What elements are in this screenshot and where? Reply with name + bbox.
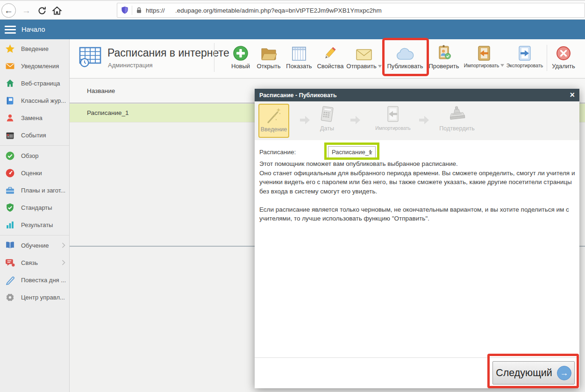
pen-icon — [5, 275, 15, 285]
clipboard-check-icon — [435, 42, 452, 62]
dialog-description: Этот помощник поможет вам опубликовать в… — [259, 159, 576, 223]
shield-check-icon — [5, 203, 15, 213]
toolbar-show-button[interactable]: Показать — [284, 42, 314, 74]
step-arrow-icon — [300, 115, 310, 127]
page-title: Расписания в интернете — [107, 47, 229, 59]
wizard-step-import[interactable]: Импортировать — [371, 104, 415, 138]
toolbar-properties-button[interactable]: Свойства — [315, 42, 345, 74]
sidebar-item-standarty[interactable]: Стандарты — [0, 199, 69, 216]
sidebar-item-sobytiya[interactable]: События — [0, 127, 69, 144]
sidebar-item-uvedomleniya[interactable]: Уведомления — [0, 57, 69, 75]
page-subtitle: Администрация — [108, 62, 153, 69]
step-arrow-icon — [350, 115, 360, 127]
import-door-icon — [385, 104, 401, 125]
sidebar: Введение Уведомления Веб-страница Классн… — [0, 39, 70, 392]
dialog-titlebar[interactable]: Расписание - Публиковать × — [255, 89, 579, 101]
url-text: https:// .edupage.org/timetable/admin.ph… — [146, 7, 382, 14]
schedule-name: Расписание_1 — [87, 109, 128, 116]
toolbar-import-button[interactable]: Импортировать — [463, 42, 506, 74]
dropdown-caret-icon — [378, 65, 382, 68]
toolbar-delete-button[interactable]: Удалить — [549, 42, 578, 74]
reload-icon — [37, 6, 47, 15]
gauge-icon — [5, 168, 15, 178]
chat-icon — [5, 258, 15, 268]
toolbar-divider — [214, 43, 214, 72]
envelope-icon — [5, 61, 15, 71]
publish-dialog: Расписание - Публиковать × Введение Даты… — [255, 89, 579, 388]
description-paragraph-3: Если расписание является только черновым… — [259, 205, 576, 223]
sidebar-item-vvedenie[interactable]: Введение — [0, 40, 69, 57]
sidebar-item-tsentr[interactable]: Центр управл... — [0, 289, 69, 306]
home-icon — [52, 6, 62, 16]
toolbar-new-button[interactable]: Новый — [229, 42, 252, 74]
calculator-icon — [319, 104, 335, 125]
wizard-steps: Введение Даты Импортировать Подтвердить — [255, 101, 579, 140]
tracking-shield-icon — [121, 6, 128, 14]
browser-toolbar: ← → https:// .edupage.org/timetable/admi… — [0, 0, 585, 20]
dialog-title: Расписание - Публиковать — [259, 92, 337, 99]
chevron-right-icon — [62, 260, 65, 267]
sidebar-item-zamena[interactable]: Замена — [0, 109, 69, 127]
toolbar-export-button[interactable]: Экспортировать — [505, 42, 545, 74]
table-icon — [291, 42, 307, 62]
green-highlight-annotation — [324, 143, 379, 160]
star-icon — [5, 44, 15, 54]
check-circle-icon — [5, 151, 15, 161]
open-book-icon — [5, 241, 15, 250]
sidebar-divider — [0, 145, 69, 146]
close-icon[interactable]: × — [570, 90, 575, 100]
dropdown-caret-icon — [500, 64, 504, 67]
browser-home-button[interactable] — [50, 3, 64, 18]
magic-wand-icon — [264, 105, 283, 126]
lock-icon — [136, 7, 143, 14]
calendar-icon — [5, 130, 15, 140]
export-icon — [517, 42, 533, 62]
gear-icon — [5, 292, 15, 302]
bar-chart-icon — [5, 220, 15, 230]
browser-back-button[interactable]: ← — [1, 3, 16, 18]
browser-forward-button[interactable]: → — [19, 3, 34, 18]
hamburger-menu-icon[interactable] — [5, 26, 16, 34]
app-top-bar: Начало — [0, 20, 585, 39]
chevron-right-icon — [62, 242, 65, 249]
address-bar[interactable]: https:// .edupage.org/timetable/admin.ph… — [117, 3, 585, 18]
red-annotation-publish — [382, 38, 429, 76]
pencil-icon — [322, 42, 339, 62]
person-icon — [5, 113, 15, 123]
sidebar-item-klassny-zhurnal[interactable]: Классный жур... — [0, 92, 69, 109]
wizard-step-confirm[interactable]: Подтвердить — [435, 104, 479, 138]
toolbar-open-button[interactable]: Открыть — [255, 42, 283, 74]
wizard-step-dates[interactable]: Даты — [311, 104, 343, 138]
sidebar-item-obzor[interactable]: Обзор — [0, 147, 69, 164]
briefcase-icon — [5, 185, 15, 195]
toolbar-send-button[interactable]: Отправить — [346, 42, 382, 74]
sidebar-item-obuchenie[interactable]: Обучение — [0, 237, 69, 254]
description-paragraph-1: Этот помощник поможет вам опубликовать в… — [259, 159, 576, 169]
description-paragraph-2: Оно станет официальным для выбранного пе… — [259, 169, 576, 196]
browser-reload-button[interactable] — [35, 3, 49, 18]
plus-circle-icon — [232, 42, 249, 62]
sidebar-item-otsenki[interactable]: Оценки — [0, 164, 69, 182]
stamp-icon — [447, 104, 467, 125]
home-menu-label[interactable]: Начало — [21, 26, 45, 33]
folder-icon — [260, 42, 278, 62]
delete-circle-icon — [555, 42, 572, 62]
sidebar-item-web-stranitsa[interactable]: Веб-страница — [0, 75, 69, 92]
red-annotation-next — [487, 354, 579, 388]
sidebar-item-plany[interactable]: Планы и загот... — [0, 182, 69, 199]
toolbar-divider — [547, 45, 547, 71]
sidebar-item-povestka[interactable]: Повестка дня ... — [0, 271, 69, 289]
schedule-field-label: Расписание: — [259, 149, 296, 156]
toolbar-verify-button[interactable]: Проверить — [427, 42, 461, 74]
import-icon — [476, 42, 492, 62]
name-column-label: Название — [87, 87, 115, 94]
sidebar-item-svyaz[interactable]: Связь — [0, 254, 69, 271]
step-arrow-icon — [419, 115, 429, 127]
timetable-app-icon — [78, 44, 102, 68]
wizard-step-introduction[interactable]: Введение — [258, 104, 289, 138]
sidebar-item-rezultaty[interactable]: Результаты — [0, 216, 69, 234]
url-separator — [132, 6, 132, 15]
house-icon — [5, 78, 15, 88]
sidebar-divider — [0, 235, 69, 235]
dialog-body: Расписание: Расписание_1 Этот помощник п… — [255, 140, 579, 357]
